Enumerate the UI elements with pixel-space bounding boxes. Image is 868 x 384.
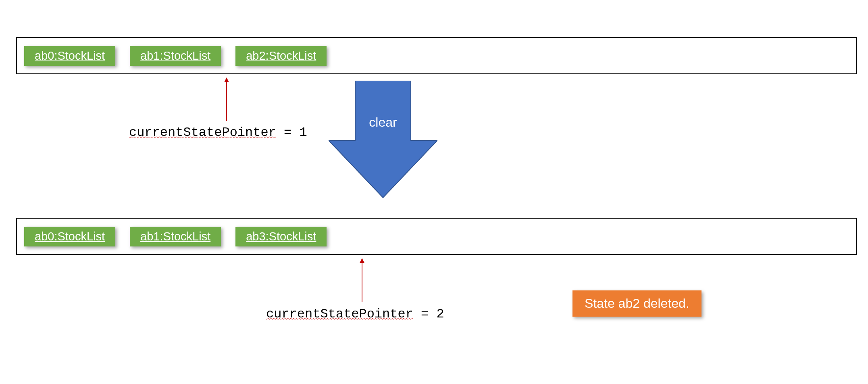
state-box-ab0-after: ab0:StockList — [24, 227, 115, 246]
pointer-arrow-bottom — [358, 258, 366, 303]
pointer-key: currentStatePointer — [129, 125, 276, 140]
state-container-after: ab0:StockList ab1:StockList ab3:StockLis… — [16, 218, 857, 255]
state-label: ab1:StockList — [140, 230, 210, 243]
state-box-ab1: ab1:StockList — [130, 46, 221, 66]
pointer-value: = 1 — [284, 125, 307, 140]
transition-arrow-icon — [329, 81, 437, 198]
pointer-key: currentStatePointer — [266, 307, 413, 321]
svg-marker-3 — [329, 81, 437, 198]
svg-marker-2 — [224, 77, 229, 82]
state-label: ab0:StockList — [35, 49, 105, 62]
pointer-label-bottom: currentStatePointer = 2 — [266, 307, 444, 321]
pointer-arrow-top — [223, 77, 231, 122]
state-label: ab0:StockList — [35, 230, 105, 243]
state-box-ab3-after: ab3:StockList — [235, 227, 327, 246]
state-box-ab0: ab0:StockList — [24, 46, 115, 66]
deleted-badge-text: State ab2 deleted. — [585, 296, 689, 311]
state-label: ab3:StockList — [246, 230, 316, 243]
transition-arrow-label: clear — [355, 115, 411, 130]
pointer-label-top: currentStatePointer = 1 — [129, 125, 307, 140]
svg-marker-5 — [360, 258, 364, 263]
state-label: ab1:StockList — [140, 49, 210, 62]
state-box-ab1-after: ab1:StockList — [130, 227, 221, 246]
state-container-before: ab0:StockList ab1:StockList ab2:StockLis… — [16, 37, 857, 74]
deleted-badge: State ab2 deleted. — [572, 290, 701, 317]
state-label: ab2:StockList — [246, 49, 316, 62]
state-box-ab2: ab2:StockList — [235, 46, 327, 66]
pointer-value: = 2 — [421, 307, 444, 321]
